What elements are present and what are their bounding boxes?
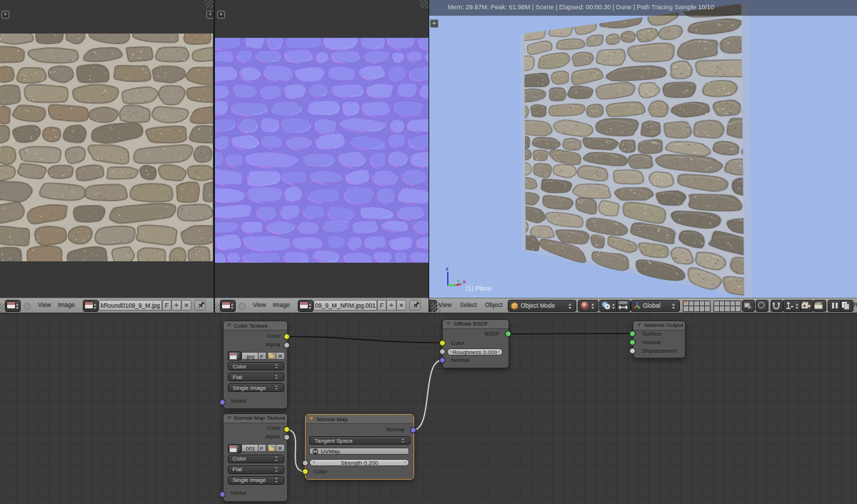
svg-text:x: x (463, 278, 466, 285)
svg-text:z: z (446, 266, 448, 272)
svg-text:y: y (457, 278, 460, 284)
